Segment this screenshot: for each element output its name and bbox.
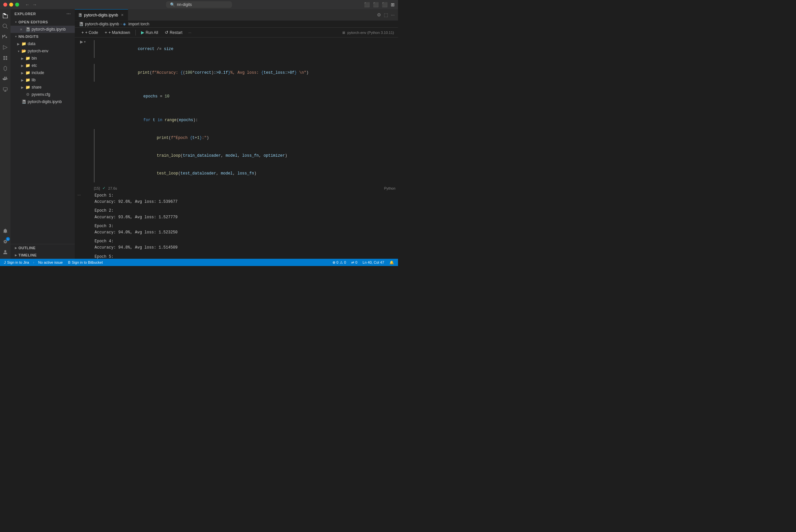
restart-icon: ↺ <box>165 30 168 35</box>
run-all-button[interactable]: ▶ Run All <box>138 29 161 36</box>
explorer-activity-icon[interactable] <box>1 12 9 20</box>
breadcrumb-file[interactable]: 📓 pytorch-digits.ipynb <box>79 22 119 26</box>
open-file-item[interactable]: ✕ 📓 pytorch-digits.ipynb <box>11 26 75 33</box>
tab-more-icon[interactable]: ··· <box>390 12 395 18</box>
code-content-7: train_loop(train_dataloader, model, loss… <box>97 147 290 165</box>
svg-rect-6 <box>4 91 6 92</box>
outline-section[interactable]: ▶ OUTLINE <box>11 244 75 251</box>
add-code-label: + Code <box>85 30 98 35</box>
cell-status-bar: [15] ✓ 27.6s Python <box>91 185 398 191</box>
code-line-3: print(f"Accuracy: {(100*correct):>0.1f}%… <box>91 64 398 82</box>
notebook-content[interactable]: ▶ ▼ correct /= size <box>75 38 398 259</box>
explorer-more-icon[interactable]: ··· <box>67 11 71 17</box>
docker-activity-icon[interactable] <box>1 75 9 83</box>
toolbar-more-button[interactable]: ··· <box>186 30 194 36</box>
code-cell: ▶ ▼ correct /= size <box>75 38 398 191</box>
nn-digits-folder[interactable]: ▾ NN-DIGITS <box>11 33 75 40</box>
notebook-file-icon: 📓 <box>25 27 30 32</box>
tab-notebook-icon: 📓 <box>78 13 82 17</box>
issue-status-item[interactable]: No active issue <box>37 261 64 264</box>
minimize-button[interactable] <box>9 3 13 6</box>
split-editor-icon[interactable]: ⬚ <box>383 12 389 18</box>
restart-label: Restart <box>170 30 182 35</box>
source-control-activity-icon[interactable] <box>1 33 9 41</box>
output-container: ··· Epoch 1: Accuracy: 92.6%, Avg loss: … <box>75 191 398 259</box>
epoch-3-accuracy: Accuracy: 94.0%, Avg loss: 1.523250 <box>94 229 178 236</box>
bin-folder-item[interactable]: ▶ 📁 bin <box>11 55 75 62</box>
code-content-2 <box>93 58 101 64</box>
sidebar-bottom: ▶ OUTLINE ▶ TIMELINE <box>11 244 75 259</box>
forward-arrow-icon[interactable]: → <box>32 2 37 7</box>
restart-button[interactable]: ↺ Restart <box>162 29 185 36</box>
sidebar-tree: ▾ OPEN EDITORS ✕ 📓 pytorch-digits.ipynb … <box>11 18 75 244</box>
notification-status-item[interactable]: 🔔 <box>388 261 395 265</box>
add-markdown-button[interactable]: + + Markdown <box>102 29 133 36</box>
close-file-icon[interactable]: ✕ <box>18 27 24 32</box>
jira-status-item[interactable]: J Sign in to Jira <box>3 261 30 264</box>
breadcrumb: 📓 pytorch-digits.ipynb › ◈ import torch <box>75 21 398 28</box>
search-bar[interactable]: 🔍 nn-digits <box>166 1 232 8</box>
breadcrumb-file-label: pytorch-digits.ipynb <box>85 22 119 26</box>
timeline-section[interactable]: ▶ TIMELINE <box>11 251 75 259</box>
panel-right-icon[interactable]: ⬛ <box>382 2 387 7</box>
code-editor[interactable]: correct /= size print(f"Accuracy: {(100*… <box>91 38 398 185</box>
tab-close-button[interactable]: ✕ <box>120 13 125 17</box>
cell-run-button[interactable]: ▶ ▼ <box>75 38 91 191</box>
nn-digits-chevron: ▾ <box>13 35 18 38</box>
run-activity-icon[interactable] <box>1 43 9 51</box>
kernel-env[interactable]: 🖥 pytorch-env (Python 3.10.11) <box>342 31 394 35</box>
pytorch-env-chevron: ▾ <box>16 49 21 54</box>
lib-folder-item[interactable]: ▶ 📁 lib <box>11 76 75 83</box>
errors-status-item[interactable]: ⊗ 0 ⚠ 0 <box>331 261 347 265</box>
code-content-4: epochs = 10 <box>93 88 172 105</box>
output-area: Epoch 1: Accuracy: 92.6%, Avg loss: 1.53… <box>88 191 178 259</box>
epoch-5-label: Epoch 5: <box>94 254 178 259</box>
play-icon: ▶ <box>80 39 83 44</box>
etc-label: etc <box>32 63 37 68</box>
epoch-3-label: Epoch 3: <box>94 223 178 229</box>
data-folder-icon: 📁 <box>21 41 26 46</box>
open-editors-section[interactable]: ▾ OPEN EDITORS <box>11 18 75 26</box>
code-line-1: correct /= size <box>91 40 398 58</box>
pytorch-env-folder-item[interactable]: ▾ 📂 pytorch-env <box>11 48 75 55</box>
panel-bottom-icon[interactable]: ⬛ <box>373 2 379 7</box>
test-activity-icon[interactable] <box>1 64 9 72</box>
position-status-item[interactable]: Ln 40, Col 47 <box>361 261 385 265</box>
share-folder-item[interactable]: ▶ 📁 share <box>11 83 75 91</box>
settings-activity-icon[interactable]: 1 <box>1 238 9 246</box>
search-activity-icon[interactable] <box>1 22 9 30</box>
indent-bar-2 <box>94 64 94 82</box>
remote-activity-icon[interactable] <box>1 86 9 94</box>
data-folder-item[interactable]: ▶ 📁 data <box>11 40 75 48</box>
maximize-button[interactable] <box>15 3 19 6</box>
include-folder-item[interactable]: ▶ 📁 include <box>11 69 75 76</box>
settings-editor-icon[interactable]: ⚙ <box>376 12 382 18</box>
active-tab[interactable]: 📓 pytorch-digits.ipynb ✕ <box>75 9 128 21</box>
bitbucket-label: Sign in to Bitbucket <box>72 261 103 264</box>
bin-chevron: ▶ <box>20 56 25 61</box>
etc-folder-item[interactable]: ▶ 📁 etc <box>11 62 75 69</box>
indent-bar-5 <box>94 165 94 183</box>
activity-bar-bottom: 1 <box>1 227 9 256</box>
layout-icon[interactable]: ⊞ <box>391 2 395 7</box>
panel-left-icon[interactable]: ⬛ <box>364 2 370 7</box>
notebook-root-item[interactable]: 📓 pytorch-digits.ipynb <box>11 98 75 105</box>
close-button[interactable] <box>3 3 7 6</box>
notifications-activity-icon[interactable] <box>1 227 9 235</box>
breadcrumb-symbol[interactable]: ◈ import torch <box>123 22 149 26</box>
open-editors-chevron: ▾ <box>13 20 18 24</box>
code-content-5: for t in range(epochs): <box>93 111 201 129</box>
output-dots[interactable]: ··· <box>75 191 88 259</box>
pyvenv-cfg-item[interactable]: ⚙ pyvenv.cfg <box>11 91 75 98</box>
include-label: include <box>32 71 44 75</box>
code-line-4: epochs = 10 <box>91 88 398 105</box>
tab-right-icons: ⚙ ⬚ ··· <box>376 12 398 18</box>
back-arrow-icon[interactable]: ← <box>25 2 30 7</box>
add-code-button[interactable]: + + Code <box>79 29 101 36</box>
data-folder-label: data <box>28 41 35 46</box>
bitbucket-status-item[interactable]: B Sign in to Bitbucket <box>67 261 104 264</box>
svg-rect-4 <box>5 77 6 78</box>
extensions-activity-icon[interactable] <box>1 54 9 62</box>
ports-status-item[interactable]: ⇌ 0 <box>350 261 359 265</box>
account-activity-icon[interactable] <box>1 248 9 256</box>
